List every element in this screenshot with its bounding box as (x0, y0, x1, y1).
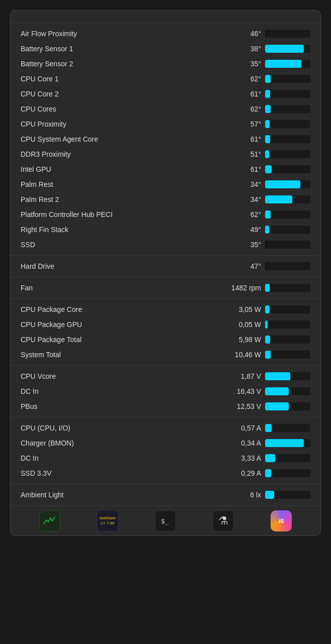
section-temp: Air Flow Proximity46°Battery Sensor 138°… (11, 23, 320, 256)
istat-icon[interactable]: iS (271, 510, 292, 531)
sensor-bar-container (265, 90, 310, 98)
sensor-name: System Total (21, 351, 221, 359)
sensor-name: CPU System Agent Core (21, 135, 221, 143)
sensor-value: 47° (221, 262, 261, 270)
sensor-row: CPU Package Core3,05 W (11, 302, 320, 317)
sensor-name: CPU Core 2 (21, 90, 221, 98)
sensor-value: 3,33 A (221, 454, 261, 462)
sensor-bar-fill (265, 387, 289, 395)
sensor-value: 0,57 A (221, 424, 261, 432)
sensor-row: CPU Package Total5,98 W (11, 332, 320, 347)
sensor-bar-container (265, 105, 310, 113)
sensor-bar-fill (265, 195, 292, 203)
sensor-value: 49° (221, 226, 261, 234)
sensor-bar-container (265, 491, 310, 499)
sensor-bar-container (265, 60, 310, 68)
svg-text:$_: $_ (161, 517, 169, 525)
sensor-bar-container (265, 30, 310, 38)
sensor-bar-fill (265, 320, 268, 329)
sensor-bar-container (265, 262, 310, 270)
sensor-bar-fill (265, 226, 269, 234)
console-icon[interactable]: WARNINLY 7:36 (97, 510, 118, 531)
sensor-bar-fill (265, 60, 301, 68)
sensor-bar-fill (265, 45, 304, 53)
sensor-row: CPU Vcore1,87 V (11, 369, 320, 384)
sensor-value: 61° (221, 165, 261, 173)
sensor-row: Right Fin Stack49° (11, 222, 320, 237)
sensor-value: 62° (221, 105, 261, 113)
sensor-name: CPU Package Total (21, 336, 221, 344)
sensor-row: Intel GPU61° (11, 162, 320, 177)
sensor-value: 0,34 A (221, 439, 261, 447)
sensor-value: 16,43 V (221, 387, 261, 395)
sensor-bar-container (265, 226, 310, 234)
sensor-value: 0,29 A (221, 469, 261, 477)
sensor-bar-fill (265, 105, 271, 113)
sensor-row: Charger (BMON)0,34 A (11, 436, 320, 451)
sensor-row: DC In16,43 V (11, 384, 320, 399)
sensor-bar-container (265, 387, 310, 395)
sensor-bar-fill (265, 336, 270, 344)
sensor-bar-container (265, 336, 310, 344)
sensor-bar-fill (265, 284, 270, 292)
sensor-value: 61° (221, 90, 261, 98)
sensor-value: 3,05 W (221, 305, 261, 313)
sensor-bar-container (265, 351, 310, 359)
sensor-name: CPU Package Core (21, 305, 221, 313)
sensor-bar-container (265, 469, 310, 477)
sensor-row: DC In3,33 A (11, 451, 320, 466)
sensor-bar-container (265, 305, 310, 313)
section-current: CPU (CPU, I/O)0,57 ACharger (BMON)0,34 A… (11, 417, 320, 484)
sensor-value: 57° (221, 120, 261, 128)
sensor-value: 1482 rpm (221, 284, 261, 292)
sensor-name: CPU Core 1 (21, 75, 221, 83)
sensor-bar-fill (265, 90, 270, 98)
section-power: CPU Package Core3,05 WCPU Package GPU0,0… (11, 299, 320, 366)
console-label: WARNINLY 7:36 (100, 516, 116, 525)
sensor-bar-fill (265, 469, 271, 477)
sensor-row: Platform Controller Hub PECI62° (11, 207, 320, 222)
sensor-name: Fan (21, 284, 221, 292)
taskbar: WARNINLY 7:36 $_ ⚗ iS (11, 505, 320, 535)
sensor-value: 12,53 V (221, 402, 261, 410)
sensor-name: DC In (21, 454, 221, 462)
terminal-icon[interactable]: $_ (155, 510, 176, 531)
sensor-bar-fill (265, 372, 290, 380)
sensor-name: Intel GPU (21, 165, 221, 173)
activity-monitor-icon[interactable] (39, 510, 60, 531)
sensor-bar-container (265, 45, 310, 53)
section-voltage: CPU Vcore1,87 VDC In16,43 VPBus12,53 V (11, 366, 320, 417)
sensor-name: CPU Proximity (21, 120, 221, 128)
sensor-name: Battery Sensor 1 (21, 45, 221, 53)
sensor-bar-fill (265, 165, 272, 173)
sensor-name: Ambient Light (21, 491, 221, 499)
section-hdd: Hard Drive47° (11, 256, 320, 277)
sensor-bar-fill (265, 180, 300, 188)
sensor-bar-container (265, 372, 310, 380)
sensor-bar-fill (265, 402, 289, 410)
sensor-bar-fill (265, 439, 304, 447)
sensor-bar-container (265, 135, 310, 143)
sensor-row: Hard Drive47° (11, 259, 320, 274)
sensor-row: CPU Package GPU0,05 W (11, 317, 320, 332)
section-light: Ambient Light6 lx (11, 484, 320, 505)
sensors-window: Air Flow Proximity46°Battery Sensor 138°… (10, 10, 321, 536)
sensor-name: CPU Cores (21, 105, 221, 113)
sensor-row: CPU Core 261° (11, 86, 320, 101)
sensor-bar-fill (265, 262, 267, 270)
sensor-value: 5,98 W (221, 336, 261, 344)
sensor-row: Air Flow Proximity46° (11, 26, 320, 41)
sensor-value: 38° (221, 45, 261, 53)
sensor-name: Palm Rest (21, 180, 221, 188)
sensor-name: SSD (21, 241, 221, 249)
sensor-row: Ambient Light6 lx (11, 487, 320, 502)
sensor-bar-container (265, 150, 310, 158)
sensor-name: CPU (CPU, I/O) (21, 424, 221, 432)
sensor-bar-container (265, 241, 310, 249)
sensor-name: Right Fin Stack (21, 226, 221, 234)
sensor-row: CPU Proximity57° (11, 117, 320, 132)
chemistry-icon[interactable]: ⚗ (213, 510, 234, 531)
sensor-value: 35° (221, 60, 261, 68)
sensor-bar-container (265, 284, 310, 292)
sensor-name: Hard Drive (21, 262, 221, 270)
